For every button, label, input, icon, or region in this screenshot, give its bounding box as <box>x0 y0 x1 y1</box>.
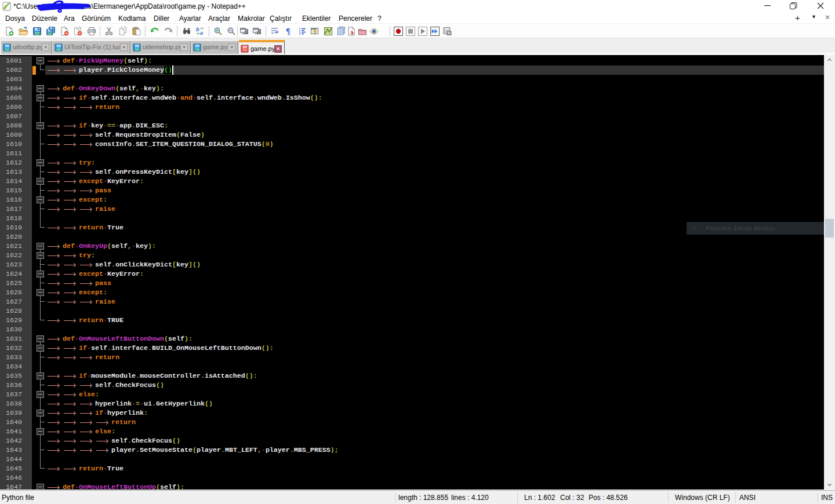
svg-text:¶: ¶ <box>286 27 291 36</box>
svg-text:a: a <box>200 30 203 36</box>
svg-text:b: b <box>196 27 199 32</box>
